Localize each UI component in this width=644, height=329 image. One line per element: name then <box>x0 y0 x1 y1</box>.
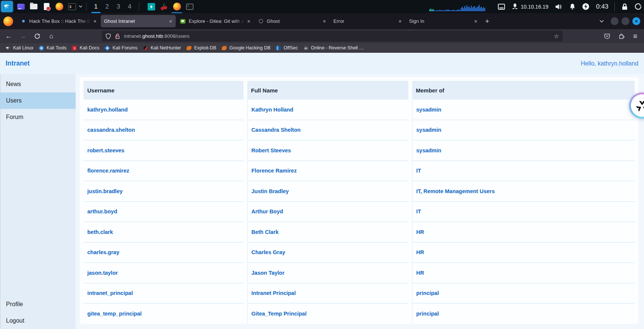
tracking-shield-icon[interactable] <box>106 33 111 39</box>
tab-ghost-intranet[interactable]: Ghost Intranet× <box>101 15 176 27</box>
logout-icon[interactable] <box>635 3 642 10</box>
menu-hamburger-icon[interactable]: ≡ <box>633 32 637 40</box>
extensions-puzzle-icon[interactable] <box>619 33 625 39</box>
tab-error[interactable]: Error× <box>330 15 405 27</box>
new-tab-button[interactable]: + <box>481 17 494 25</box>
power-manager-icon[interactable] <box>582 3 589 10</box>
forward-button[interactable]: → <box>17 31 28 42</box>
memberof-link[interactable]: IT, Remote Management Users <box>412 181 635 202</box>
fullname-link[interactable]: Gitea_Temp Principal <box>247 304 408 324</box>
brand-link[interactable]: Intranet <box>6 60 30 67</box>
tab-close-icon[interactable]: × <box>247 18 250 24</box>
bookmark-kali-forums[interactable]: Kali Forums <box>105 45 137 51</box>
memberof-link[interactable]: principal <box>412 304 635 324</box>
firefox-launcher-button[interactable] <box>55 2 64 11</box>
fullname-link[interactable]: Cassandra Shelton <box>247 120 408 141</box>
bookmark-offsec[interactable]: OffSec <box>276 45 298 51</box>
clock[interactable]: 0:43 <box>596 3 608 10</box>
tab-ghost[interactable]: Ghost× <box>254 15 329 27</box>
volume-icon[interactable] <box>555 4 563 10</box>
back-button[interactable]: ← <box>3 31 14 42</box>
terminal-launcher-button[interactable]: $ <box>67 2 76 11</box>
username-link[interactable]: gitea_temp_principal <box>84 304 244 324</box>
lock-screen-icon[interactable] <box>622 3 628 10</box>
display-tray-icon[interactable] <box>498 4 505 10</box>
fullname-link[interactable]: Beth Clark <box>247 222 408 243</box>
fullname-link[interactable]: Arthur Boyd <box>247 202 408 222</box>
fullname-link[interactable]: Jason Taylor <box>247 263 408 283</box>
username-link[interactable]: cassandra.shelton <box>84 120 244 141</box>
bookmark-kali-linux[interactable]: Kali Linux <box>5 45 33 51</box>
notifications-bell-icon[interactable] <box>569 3 575 10</box>
username-link[interactable]: beth.clark <box>84 222 244 243</box>
sidebar-item-logout[interactable]: Logout <box>0 313 76 329</box>
username-link[interactable]: arthur.boyd <box>84 202 244 222</box>
tab-close-icon[interactable]: × <box>323 18 326 24</box>
bookmark-google-hacking-db[interactable]: Google Hacking DB <box>221 45 270 51</box>
tab-close-icon[interactable]: × <box>169 18 172 24</box>
memberof-link[interactable]: sysadmin <box>412 140 635 161</box>
memberof-link[interactable]: sysadmin <box>412 100 635 120</box>
bookmark-kali-nethunter[interactable]: Kali NetHunter <box>143 45 181 51</box>
tab-close-icon[interactable]: × <box>399 18 402 24</box>
fullname-link[interactable]: Intranet Principal <box>247 283 408 304</box>
memberof-link[interactable]: HR <box>412 263 635 283</box>
bookmark-exploit-db[interactable]: Exploit-DB <box>186 45 216 51</box>
bookmark-kali-tools[interactable]: Kali Tools <box>39 45 66 51</box>
memberof-link[interactable]: IT <box>412 161 635 182</box>
username-link[interactable]: florence.ramirez <box>84 161 244 182</box>
memberof-link[interactable]: HR <box>412 222 635 243</box>
fullname-link[interactable]: Florence Ramirez <box>247 161 408 182</box>
bookmark-online-reverse-shell[interactable]: ☠Online - Reverse Shell … <box>303 45 364 51</box>
close-button[interactable]: × <box>632 17 640 25</box>
tab-close-icon[interactable]: × <box>474 18 477 24</box>
show-desktop-button[interactable] <box>16 2 25 11</box>
sidebar-item-forum[interactable]: Forum <box>0 109 76 125</box>
sidebar-item-users[interactable]: Users <box>0 92 76 109</box>
app-firefox-window-button[interactable] <box>172 2 181 11</box>
kali-menu-button[interactable] <box>1 1 13 12</box>
workspace-1[interactable]: 1 <box>90 0 102 13</box>
sidebar-item-profile[interactable]: Profile <box>0 296 76 313</box>
memberof-link[interactable]: principal <box>412 283 635 304</box>
username-link[interactable]: charles.gray <box>84 243 244 263</box>
insecure-lock-icon[interactable] <box>115 33 120 39</box>
network-tray-icon[interactable] <box>512 3 518 10</box>
app-cherrytree-button[interactable] <box>160 2 169 11</box>
app-zenmap-button[interactable] <box>147 2 156 11</box>
text-editor-button[interactable] <box>42 2 51 11</box>
file-manager-button[interactable] <box>29 2 38 11</box>
bookmark-star-icon[interactable]: ☆ <box>554 33 559 40</box>
url-bar[interactable]: intranet.ghost.htb:8008/users ☆ <box>102 31 563 42</box>
maximize-button[interactable] <box>622 17 629 25</box>
memberof-link[interactable]: IT <box>412 202 635 222</box>
url-text[interactable]: intranet.ghost.htb:8008/users <box>124 33 551 39</box>
home-button[interactable]: ⌂ <box>46 31 57 42</box>
username-link[interactable]: robert.steeves <box>84 140 244 161</box>
fullname-link[interactable]: Charles Gray <box>247 243 408 263</box>
minimize-button[interactable] <box>611 17 619 25</box>
sidebar-item-news[interactable]: News <box>0 76 76 92</box>
list-tabs-chevron-icon[interactable] <box>599 20 604 23</box>
bookmark-kali-docs[interactable]: sKali Docs <box>72 45 99 51</box>
username-link[interactable]: intranet_principal <box>84 283 244 304</box>
workspace-4[interactable]: 4 <box>124 0 135 13</box>
memberof-link[interactable]: HR <box>412 243 635 263</box>
memberof-link[interactable]: sysadmin <box>412 120 635 141</box>
tab-close-icon[interactable]: × <box>94 18 97 24</box>
fullname-link[interactable]: Kathryn Holland <box>247 100 408 120</box>
tab-explore-gitea-git-with-a[interactable]: Explore - Gitea: Git with a× <box>176 15 254 27</box>
tab-hack-the-box-hack-the-b[interactable]: Hack The Box :: Hack The B× <box>17 15 100 27</box>
username-link[interactable]: jason.taylor <box>84 263 244 283</box>
tab-sign-in[interactable]: Sign In× <box>406 15 481 27</box>
username-link[interactable]: justin.bradley <box>84 181 244 202</box>
username-link[interactable]: kathryn.holland <box>84 100 244 120</box>
app-terminal-window-button[interactable]: ┘ <box>185 2 194 11</box>
fullname-link[interactable]: Justin Bradley <box>247 181 408 202</box>
workspace-3[interactable]: 3 <box>113 0 124 13</box>
fullname-link[interactable]: Robert Steeves <box>247 140 408 161</box>
workspace-2[interactable]: 2 <box>102 0 113 13</box>
launcher-chevron-icon[interactable] <box>79 5 82 8</box>
reload-button[interactable] <box>31 31 43 42</box>
pocket-icon[interactable] <box>604 33 610 39</box>
